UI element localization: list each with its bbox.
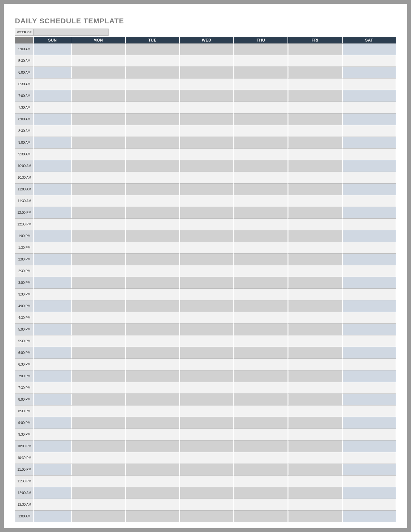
schedule-cell-mon[interactable] xyxy=(71,370,125,382)
schedule-cell-fri[interactable] xyxy=(288,476,342,487)
schedule-cell-input[interactable] xyxy=(234,184,288,195)
schedule-cell-wed[interactable] xyxy=(179,230,233,242)
schedule-cell-wed[interactable] xyxy=(179,265,233,277)
schedule-cell-input[interactable] xyxy=(180,43,233,55)
schedule-cell-sat[interactable] xyxy=(342,441,396,452)
schedule-cell-input[interactable] xyxy=(180,382,233,393)
schedule-cell-input[interactable] xyxy=(126,55,179,66)
schedule-cell-sun[interactable] xyxy=(33,417,71,429)
schedule-cell-input[interactable] xyxy=(234,160,288,172)
schedule-cell-input[interactable] xyxy=(126,335,179,347)
schedule-cell-fri[interactable] xyxy=(288,394,342,405)
schedule-cell-tue[interactable] xyxy=(125,370,179,382)
schedule-cell-input[interactable] xyxy=(72,312,125,323)
schedule-cell-sun[interactable] xyxy=(33,312,71,324)
schedule-cell-fri[interactable] xyxy=(288,114,342,125)
schedule-cell-fri[interactable] xyxy=(288,265,342,277)
schedule-cell-wed[interactable] xyxy=(179,43,233,55)
schedule-cell-input[interactable] xyxy=(343,230,396,242)
schedule-cell-fri[interactable] xyxy=(288,90,342,102)
schedule-cell-input[interactable] xyxy=(72,55,125,66)
schedule-cell-input[interactable] xyxy=(288,441,342,452)
schedule-cell-fri[interactable] xyxy=(288,487,342,499)
schedule-cell-input[interactable] xyxy=(343,172,396,183)
schedule-cell-input[interactable] xyxy=(288,125,342,137)
schedule-cell-input[interactable] xyxy=(72,324,125,335)
schedule-cell-fri[interactable] xyxy=(288,312,342,324)
schedule-cell-input[interactable] xyxy=(288,207,342,218)
schedule-cell-thu[interactable] xyxy=(233,242,288,254)
schedule-cell-tue[interactable] xyxy=(125,254,179,265)
schedule-cell-input[interactable] xyxy=(126,487,179,499)
schedule-cell-input[interactable] xyxy=(180,441,233,452)
schedule-cell-input[interactable] xyxy=(288,79,342,90)
schedule-cell-sat[interactable] xyxy=(342,429,396,441)
schedule-cell-sun[interactable] xyxy=(33,441,71,452)
schedule-cell-thu[interactable] xyxy=(233,102,288,114)
schedule-cell-input[interactable] xyxy=(72,230,125,242)
schedule-cell-input[interactable] xyxy=(180,335,233,347)
schedule-cell-sat[interactable] xyxy=(342,335,396,347)
schedule-cell-input[interactable] xyxy=(180,324,233,335)
schedule-cell-input[interactable] xyxy=(72,79,125,90)
schedule-cell-input[interactable] xyxy=(288,335,342,347)
schedule-cell-input[interactable] xyxy=(343,382,396,393)
schedule-cell-input[interactable] xyxy=(343,55,396,66)
schedule-cell-input[interactable] xyxy=(234,67,288,78)
schedule-cell-input[interactable] xyxy=(34,312,71,323)
schedule-cell-fri[interactable] xyxy=(288,300,342,312)
schedule-cell-sun[interactable] xyxy=(33,405,71,417)
schedule-cell-input[interactable] xyxy=(180,184,233,195)
schedule-cell-input[interactable] xyxy=(288,417,342,429)
schedule-cell-thu[interactable] xyxy=(233,347,288,359)
schedule-cell-wed[interactable] xyxy=(179,137,233,149)
schedule-cell-wed[interactable] xyxy=(179,511,233,522)
schedule-cell-input[interactable] xyxy=(288,405,342,417)
schedule-cell-input[interactable] xyxy=(234,265,288,277)
schedule-cell-thu[interactable] xyxy=(233,312,288,324)
schedule-cell-input[interactable] xyxy=(34,90,71,102)
schedule-cell-input[interactable] xyxy=(72,405,125,417)
schedule-cell-input[interactable] xyxy=(288,429,342,440)
schedule-cell-mon[interactable] xyxy=(71,324,125,335)
schedule-cell-input[interactable] xyxy=(34,429,71,440)
schedule-cell-input[interactable] xyxy=(72,300,125,312)
schedule-cell-thu[interactable] xyxy=(233,464,288,476)
schedule-cell-wed[interactable] xyxy=(179,464,233,476)
schedule-cell-sat[interactable] xyxy=(342,289,396,300)
schedule-cell-input[interactable] xyxy=(234,511,288,522)
schedule-cell-tue[interactable] xyxy=(125,230,179,242)
schedule-cell-input[interactable] xyxy=(126,90,179,102)
schedule-cell-fri[interactable] xyxy=(288,219,342,230)
schedule-cell-tue[interactable] xyxy=(125,207,179,219)
schedule-cell-input[interactable] xyxy=(72,370,125,382)
schedule-cell-tue[interactable] xyxy=(125,476,179,487)
schedule-cell-mon[interactable] xyxy=(71,289,125,300)
schedule-cell-sun[interactable] xyxy=(33,370,71,382)
schedule-cell-mon[interactable] xyxy=(71,265,125,277)
schedule-cell-sat[interactable] xyxy=(342,242,396,254)
schedule-cell-tue[interactable] xyxy=(125,511,179,522)
schedule-cell-tue[interactable] xyxy=(125,335,179,347)
schedule-cell-input[interactable] xyxy=(234,476,288,487)
schedule-cell-input[interactable] xyxy=(234,359,288,370)
schedule-cell-input[interactable] xyxy=(180,172,233,183)
schedule-cell-input[interactable] xyxy=(34,102,71,113)
schedule-cell-input[interactable] xyxy=(234,172,288,183)
schedule-cell-input[interactable] xyxy=(34,499,71,510)
schedule-cell-input[interactable] xyxy=(126,160,179,172)
schedule-cell-input[interactable] xyxy=(126,125,179,137)
schedule-cell-sun[interactable] xyxy=(33,277,71,289)
schedule-cell-sat[interactable] xyxy=(342,137,396,149)
schedule-cell-sun[interactable] xyxy=(33,359,71,370)
schedule-cell-input[interactable] xyxy=(180,55,233,66)
schedule-cell-thu[interactable] xyxy=(233,289,288,300)
schedule-cell-input[interactable] xyxy=(72,125,125,137)
schedule-cell-mon[interactable] xyxy=(71,335,125,347)
schedule-cell-fri[interactable] xyxy=(288,172,342,184)
schedule-cell-input[interactable] xyxy=(72,254,125,265)
schedule-cell-tue[interactable] xyxy=(125,312,179,324)
schedule-cell-tue[interactable] xyxy=(125,417,179,429)
schedule-cell-input[interactable] xyxy=(288,382,342,393)
schedule-cell-input[interactable] xyxy=(343,429,396,440)
